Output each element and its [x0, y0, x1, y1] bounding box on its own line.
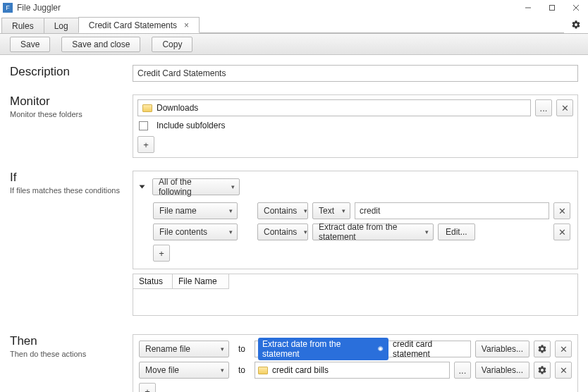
- cond2-type-dropdown[interactable]: Extract date from the statement▾: [312, 223, 434, 240]
- then-subheader: Then do these actions: [10, 350, 133, 358]
- cond1-field-dropdown[interactable]: File name▾: [153, 202, 238, 219]
- app-icon: F: [3, 3, 13, 13]
- condition-row-1: File name▾ Contains▾ Text▾ ✕: [153, 202, 570, 219]
- svg-rect-1: [550, 6, 555, 11]
- act1-remove-button[interactable]: ✕: [555, 341, 572, 357]
- monitor-row: Monitor Monitor these folders Downloads …: [10, 94, 578, 158]
- description-row: Description: [10, 65, 578, 82]
- title-bar: F File Juggler: [0, 0, 588, 16]
- monitor-header: Monitor: [10, 94, 133, 109]
- cond1-remove-button[interactable]: ✕: [553, 202, 570, 219]
- add-folder-button[interactable]: +: [137, 136, 154, 153]
- cond1-type-dropdown[interactable]: Text▾: [312, 202, 350, 219]
- condition-row-2: File contents▾ Contains▾ Extract date fr…: [153, 223, 570, 240]
- cond2-edit-label: Edit...: [446, 227, 467, 237]
- action-toolbar: Save Save and close Copy: [0, 34, 588, 55]
- tab-log-label: Log: [54, 21, 68, 31]
- monitor-subheader: Monitor these folders: [10, 110, 133, 118]
- tab-bar: Rules Log Credit Card Statements ×: [0, 16, 588, 34]
- tab-log[interactable]: Log: [44, 18, 79, 33]
- act2-path-box[interactable]: credit card bills: [255, 362, 450, 379]
- grid-col-filename[interactable]: File Name: [173, 274, 229, 289]
- include-subfolders-checkbox[interactable]: [139, 121, 148, 130]
- close-window-button[interactable]: [564, 0, 588, 16]
- remove-folder-button[interactable]: ✕: [556, 99, 573, 116]
- maximize-button[interactable]: [540, 0, 564, 16]
- add-condition-label: +: [159, 248, 164, 259]
- act2-action-dropdown[interactable]: Move file▾: [139, 362, 229, 379]
- tab-rules-label: Rules: [12, 21, 34, 31]
- if-row: If If files matches these conditions All…: [10, 171, 578, 316]
- save-button[interactable]: Save: [10, 37, 50, 52]
- if-header: If: [10, 171, 133, 185]
- act1-action-dropdown[interactable]: Rename file▾: [139, 341, 229, 357]
- browse-folder-button[interactable]: ...: [535, 99, 552, 116]
- cond1-type-label: Text: [319, 206, 334, 216]
- then-row: Then Then do these actions Rename file▾ …: [10, 334, 578, 392]
- action-row-2: Move file▾ to credit card bills ... Vari…: [139, 362, 572, 379]
- act1-action-label: Rename file: [145, 344, 190, 354]
- act2-remove-button[interactable]: ✕: [555, 362, 572, 379]
- description-header: Description: [10, 65, 133, 79]
- condition-mode-label: All of the following: [159, 177, 224, 197]
- copy-button[interactable]: Copy: [152, 37, 192, 52]
- settings-button[interactable]: [564, 16, 588, 33]
- cond1-op-dropdown[interactable]: Contains▾: [257, 202, 308, 219]
- copy-button-label: Copy: [162, 39, 182, 49]
- tab-active-label: Credit Card Statements: [89, 20, 177, 30]
- act1-variables-label: Variables...: [482, 344, 523, 354]
- act2-browse-button[interactable]: ...: [454, 362, 471, 379]
- act1-suffix-text: credit card statement: [393, 339, 467, 359]
- action-row-1: Rename file▾ to Extract date from the st…: [139, 341, 572, 357]
- act1-to-label: to: [233, 344, 250, 354]
- minimize-button[interactable]: [516, 0, 540, 16]
- preview-grid: Status File Name: [133, 274, 578, 316]
- add-action-button[interactable]: +: [139, 383, 156, 392]
- tab-active-rule[interactable]: Credit Card Statements ×: [78, 17, 200, 33]
- add-condition-button[interactable]: +: [153, 245, 170, 262]
- add-action-label: +: [145, 386, 150, 393]
- act2-settings-button[interactable]: [534, 362, 551, 379]
- save-close-button[interactable]: Save and close: [61, 37, 140, 52]
- act1-variables-button[interactable]: Variables...: [475, 341, 529, 357]
- then-header: Then: [10, 334, 133, 348]
- cond2-remove-button[interactable]: ✕: [553, 223, 570, 240]
- condition-mode-dropdown[interactable]: All of the following▾: [152, 178, 240, 195]
- act2-action-label: Move file: [145, 365, 179, 375]
- variable-token-label: Extract date from the statement: [262, 339, 374, 359]
- close-tab-icon[interactable]: ×: [184, 20, 189, 30]
- browse-label: ...: [540, 103, 548, 114]
- folder-icon: [258, 367, 268, 374]
- act2-browse-label: ...: [458, 365, 466, 376]
- description-input[interactable]: [133, 65, 578, 82]
- cond1-value-input[interactable]: [355, 202, 549, 219]
- variable-token[interactable]: Extract date from the statement: [258, 338, 388, 360]
- include-subfolders-label: Include subfolders: [157, 121, 225, 130]
- cond2-op-label: Contains: [264, 227, 297, 237]
- cond2-op-dropdown[interactable]: Contains▾: [257, 223, 308, 240]
- cond1-field-label: File name: [159, 206, 197, 216]
- cond2-field-label: File contents: [159, 227, 207, 237]
- act1-settings-button[interactable]: [534, 341, 551, 357]
- app-title: File Juggler: [17, 3, 61, 13]
- expand-caret-icon[interactable]: [140, 185, 145, 189]
- act1-value-box[interactable]: Extract date from the statement credit c…: [255, 341, 471, 357]
- token-gear-icon: [376, 345, 384, 353]
- grid-col-status[interactable]: Status: [133, 274, 173, 289]
- act2-to-label: to: [233, 365, 250, 375]
- folder-icon: [142, 104, 152, 112]
- act2-path-text: credit card bills: [272, 365, 329, 375]
- save-button-label: Save: [20, 39, 39, 49]
- act2-variables-label: Variables...: [482, 365, 523, 375]
- cond2-edit-button[interactable]: Edit...: [438, 223, 475, 240]
- if-subheader: If files matches these conditions: [10, 186, 133, 195]
- save-close-button-label: Save and close: [72, 39, 130, 49]
- tab-rules[interactable]: Rules: [1, 18, 44, 33]
- cond2-field-dropdown[interactable]: File contents▾: [153, 223, 238, 240]
- act2-variables-button[interactable]: Variables...: [475, 362, 529, 379]
- cond2-type-label: Extract date from the statement: [319, 222, 418, 242]
- add-folder-label: +: [143, 140, 149, 150]
- cond1-op-label: Contains: [264, 206, 297, 216]
- monitor-path: Downloads: [157, 103, 198, 113]
